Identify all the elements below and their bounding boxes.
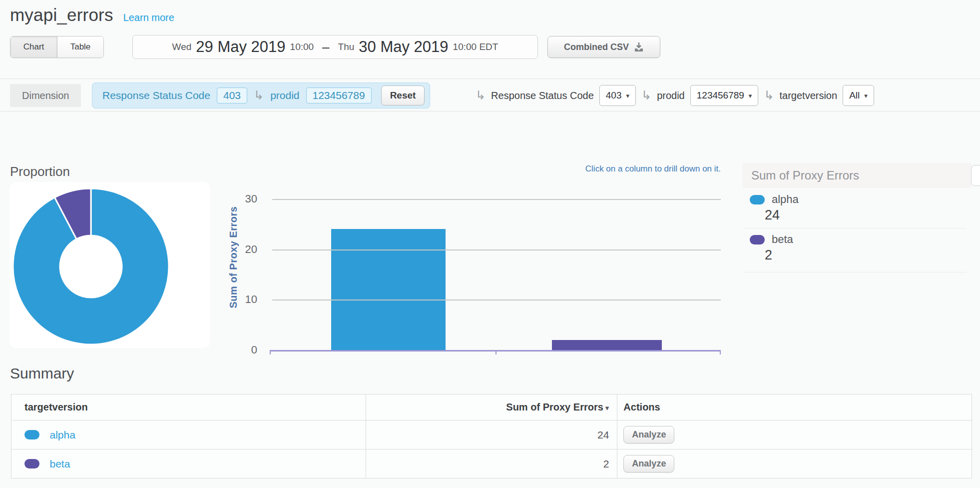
drill-hint-text: Click on a column to drill down on it. [585,164,721,174]
end-day: Thu [338,42,355,52]
filter-value: 123456789 [697,90,744,101]
legend-value-alpha: 24 [765,208,780,223]
alpha-swatch [24,430,39,440]
legend-divider [744,228,967,228]
actions-cell: Analyze [617,420,972,450]
breadcrumb-dimension-name: Response Status Code [102,90,210,102]
analyze-button-alpha[interactable]: Analyze [623,426,674,444]
column-header-label: Sum of Proxy Errors [506,402,603,412]
combined-csv-label: Combined CSV [564,42,629,52]
end-time: 10:00 EDT [453,42,498,52]
targetversion-cell: alpha [11,420,366,450]
divider-bottom [0,111,980,112]
gridline-10 [272,300,721,300]
legend-divider [744,272,967,272]
alpha-link[interactable]: alpha [49,429,75,440]
drill-arrow-icon: ↳ [641,90,651,102]
dashboard-root: myapi_errors Learn more Chart Table Wed … [0,0,980,488]
start-day: Wed [172,42,192,52]
filter-name: targetversion [780,90,838,102]
y-axis-labels: 0102030 [220,199,257,350]
x-axis-baseline [270,350,721,352]
page-title: myapi_errors [10,5,113,25]
column-header-targetversion: targetversion [11,394,366,420]
y-tick-label-0: 0 [220,344,257,356]
legend-item-alpha: alpha [750,193,799,206]
gridline-30 [272,199,721,200]
proportion-title: Proportion [10,164,70,180]
targetversion-cell: beta [11,450,366,478]
legend-label: beta [772,233,793,246]
end-date: 30 May 2019 [359,38,448,56]
beta-swatch [24,459,39,468]
date-separator: – [322,40,329,55]
drill-arrow-icon: ↳ [254,90,264,102]
axis-tick [720,352,721,354]
proportion-donut-card [9,182,210,348]
start-date: 29 May 2019 [196,38,285,56]
axis-tick [270,352,271,354]
chart-view-button[interactable]: Chart [10,36,57,58]
y-tick-label-30: 30 [220,192,257,206]
filter-select-targetversion[interactable]: All ▾ [843,85,874,106]
summary-title: Summary [10,365,74,382]
chevron-down-icon: ▾ [749,92,752,100]
summary-table: targetversion Sum of Proxy Errors▾ Actio… [11,394,972,478]
combined-csv-button[interactable]: Combined CSV [547,36,660,58]
sort-desc-icon: ▾ [605,404,609,412]
filter-value: 403 [606,90,622,101]
breadcrumb-dimension-value[interactable]: 403 [217,88,247,104]
dimension-filters: ↳ Response Status Code 403 ▾ ↳ prodid 12… [476,82,874,108]
filter-select-response-status-code[interactable]: 403 ▾ [599,85,636,106]
divider-top [0,78,980,79]
learn-more-link[interactable]: Learn more [123,12,174,24]
chevron-down-icon: ▾ [626,92,630,100]
y-tick-label-20: 20 [220,243,257,256]
reset-button[interactable]: Reset [381,86,425,106]
gridline-20 [272,250,721,250]
page-header: myapi_errors Learn more [10,5,174,25]
bar-alpha[interactable] [331,229,446,350]
date-range-picker[interactable]: Wed 29 May 2019 10:00 – Thu 30 May 2019 … [132,35,538,59]
dimension-label: Dimension [10,84,81,107]
value-cell: 2 [366,450,617,478]
table-view-button[interactable]: Table [57,36,103,58]
bar-chart-plot-area [272,199,721,350]
beta-swatch [750,235,765,244]
value-cell: 24 [366,420,617,450]
beta-link[interactable]: beta [49,458,70,470]
table-row-beta: beta 2 Analyze [11,450,972,478]
actions-cell: Analyze [617,450,972,478]
filter-value: All [849,90,860,101]
alpha-swatch [750,195,765,204]
breadcrumb-dimension-value[interactable]: 123456789 [306,88,372,104]
filter-name: Response Status Code [491,90,594,102]
filter-select-prodid[interactable]: 123456789 ▾ [690,85,759,106]
chevron-down-icon: ▾ [864,92,868,100]
legend-label: alpha [772,193,799,206]
legend-panel: Sum of Proxy Errors alpha 24 beta 2 [743,163,972,188]
legend-item-beta: beta [750,233,793,246]
view-toggle: Chart Table [10,36,104,58]
legend-title: Sum of Proxy Errors [743,163,972,188]
drill-arrow-icon: ↳ [476,90,486,102]
dimension-breadcrumb: Response Status Code 403 ↳ prodid 123456… [92,82,430,108]
legend-value-beta: 2 [765,248,772,263]
axis-tick [495,352,496,354]
breadcrumb-dimension-name: prodid [270,90,299,102]
analyze-button-beta[interactable]: Analyze [623,455,674,472]
column-header-sum-proxy-errors[interactable]: Sum of Proxy Errors▾ [366,394,617,420]
column-header-actions: Actions [617,394,972,420]
filter-name: prodid [657,90,685,102]
drill-arrow-icon: ↳ [764,90,774,102]
summary-header-row: targetversion Sum of Proxy Errors▾ Actio… [11,394,972,420]
y-tick-label-10: 10 [220,293,257,306]
table-row-alpha: alpha 24 Analyze [11,420,972,450]
bar-beta[interactable] [552,340,662,350]
start-time: 10:00 [290,42,314,52]
collapsed-panel-button[interactable] [971,165,980,186]
download-icon [634,42,644,52]
donut-chart [9,182,210,348]
